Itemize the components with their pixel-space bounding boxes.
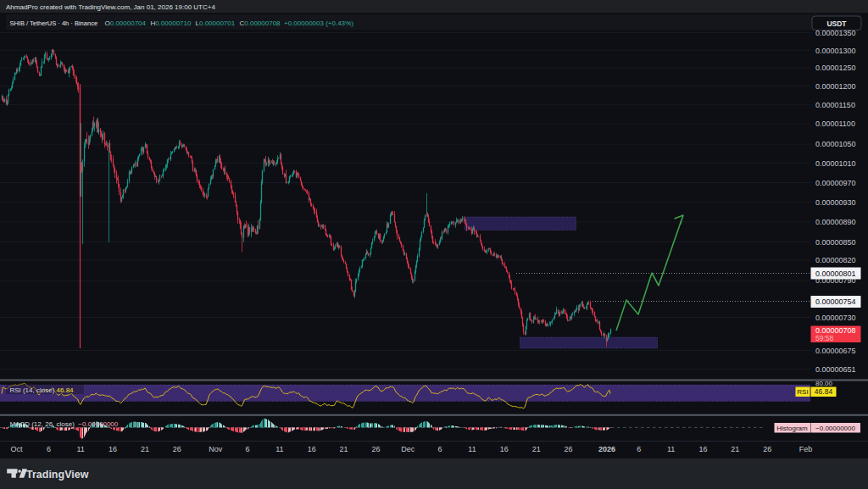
svg-text:0.00000730: 0.00000730 bbox=[815, 314, 856, 322]
svg-text:+0.00000003 (+0.43%): +0.00000003 (+0.43%) bbox=[284, 19, 353, 27]
svg-text:26: 26 bbox=[173, 445, 181, 453]
svg-text:6: 6 bbox=[438, 445, 442, 453]
svg-text:0.00001200: 0.00001200 bbox=[815, 82, 856, 91]
svg-text:0.00000970: 0.00000970 bbox=[815, 179, 856, 187]
svg-text:0.00001300: 0.00001300 bbox=[815, 47, 856, 55]
svg-text:0.00000820: 0.00000820 bbox=[815, 256, 856, 264]
svg-text:TradingView: TradingView bbox=[26, 469, 89, 481]
svg-text:16: 16 bbox=[698, 445, 707, 453]
svg-text:59:58: 59:58 bbox=[815, 334, 834, 342]
svg-text:Oct: Oct bbox=[10, 445, 23, 453]
svg-text:H0.00000710: H0.00000710 bbox=[150, 19, 192, 27]
svg-text:6: 6 bbox=[637, 445, 641, 453]
svg-text:SHIB / TetherUS · 4h · Binance: SHIB / TetherUS · 4h · Binance bbox=[9, 19, 97, 27]
svg-text:11: 11 bbox=[667, 445, 675, 453]
svg-text:Dec: Dec bbox=[401, 445, 415, 453]
svg-text:0.00000850: 0.00000850 bbox=[815, 238, 856, 247]
svg-text:11: 11 bbox=[77, 445, 85, 453]
svg-text:11: 11 bbox=[275, 445, 283, 453]
svg-text:0.00000801: 0.00000801 bbox=[815, 270, 856, 278]
svg-text:USDT: USDT bbox=[826, 19, 847, 28]
svg-text:6: 6 bbox=[47, 445, 51, 453]
svg-text:80.00: 80.00 bbox=[815, 380, 833, 387]
svg-text:AhmadPro created with TradingV: AhmadPro created with TradingView.com, J… bbox=[6, 3, 215, 11]
svg-text:26: 26 bbox=[763, 445, 771, 453]
svg-text:26: 26 bbox=[564, 445, 572, 453]
svg-text:21: 21 bbox=[532, 445, 541, 453]
svg-text:21: 21 bbox=[731, 445, 739, 453]
svg-text:−0.00000000: −0.00000000 bbox=[815, 425, 855, 432]
svg-text:0.00000754: 0.00000754 bbox=[815, 297, 856, 306]
svg-text:Nov: Nov bbox=[209, 445, 223, 453]
svg-text:0.00001050: 0.00001050 bbox=[815, 140, 856, 148]
svg-text:11: 11 bbox=[468, 445, 476, 453]
svg-text:0.00001150: 0.00001150 bbox=[815, 101, 855, 109]
svg-text:C0.00000708: C0.00000708 bbox=[240, 19, 281, 27]
svg-text:O0.00000704: O0.00000704 bbox=[105, 19, 147, 27]
svg-text:2026: 2026 bbox=[598, 445, 615, 453]
svg-text:21: 21 bbox=[340, 445, 348, 453]
svg-text:16: 16 bbox=[308, 445, 316, 453]
svg-text:0.00001100: 0.00001100 bbox=[815, 119, 855, 128]
svg-text:0.00000930: 0.00000930 bbox=[815, 198, 856, 207]
svg-text:RSI (14, close) 46.84: RSI (14, close) 46.84 bbox=[9, 386, 74, 394]
svg-text:26: 26 bbox=[371, 445, 380, 453]
svg-text:MACD (12, 26, close) −0.00000: MACD (12, 26, close) −0.00000000 bbox=[9, 420, 118, 428]
svg-text:0.00001350: 0.00001350 bbox=[815, 29, 856, 37]
svg-text:L0.00000701: L0.00000701 bbox=[196, 19, 236, 27]
svg-text:21: 21 bbox=[141, 445, 149, 453]
svg-text:0.00001250: 0.00001250 bbox=[815, 64, 856, 72]
svg-text:0.00001010: 0.00001010 bbox=[815, 159, 856, 168]
svg-text:46.84: 46.84 bbox=[815, 387, 833, 396]
svg-text:6: 6 bbox=[245, 445, 249, 453]
svg-text:Feb: Feb bbox=[799, 445, 813, 453]
svg-text:0.00000675: 0.00000675 bbox=[815, 347, 856, 355]
svg-text:16: 16 bbox=[108, 445, 117, 453]
svg-text:RSI: RSI bbox=[797, 388, 808, 396]
svg-text:16: 16 bbox=[500, 445, 509, 453]
svg-text:Histogram: Histogram bbox=[776, 425, 808, 432]
svg-text:0.00000651: 0.00000651 bbox=[815, 365, 856, 374]
svg-text:0.00000890: 0.00000890 bbox=[815, 218, 856, 226]
